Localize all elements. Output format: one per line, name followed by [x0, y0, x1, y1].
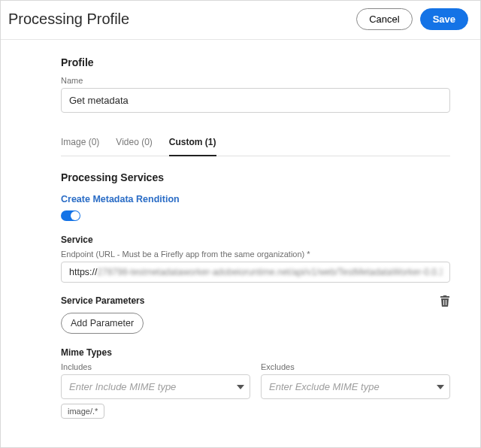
name-label: Name: [61, 76, 450, 85]
tabs: Image (0) Video (0) Custom (1): [61, 132, 450, 156]
profile-name-input[interactable]: [61, 88, 450, 113]
excludes-label: Excludes: [261, 362, 450, 371]
endpoint-input[interactable]: https:// 278798-testmetadataworker-adobe…: [61, 262, 450, 283]
mime-tag[interactable]: image/.*: [61, 404, 104, 419]
includes-label: Includes: [61, 362, 250, 371]
tab-video[interactable]: Video (0): [116, 132, 152, 156]
cancel-button[interactable]: Cancel: [356, 8, 412, 30]
mime-types-label: Mime Types: [61, 347, 450, 358]
rendition-title: Create Metadata Rendition: [61, 194, 450, 204]
save-button[interactable]: Save: [420, 8, 468, 30]
endpoint-prefix: https://: [69, 267, 98, 277]
rendition-toggle[interactable]: [61, 210, 80, 221]
includes-input[interactable]: [61, 374, 250, 399]
processing-services-heading: Processing Services: [61, 171, 450, 183]
trash-icon[interactable]: [440, 295, 450, 307]
tab-custom[interactable]: Custom (1): [169, 132, 216, 156]
service-parameters-label: Service Parameters: [61, 295, 144, 306]
excludes-input[interactable]: [261, 374, 450, 399]
endpoint-label: Endpoint (URL - Must be a Firefly app fr…: [61, 250, 450, 259]
service-label: Service: [61, 235, 450, 245]
page-title: Processing Profile: [8, 11, 129, 28]
tab-image[interactable]: Image (0): [61, 132, 99, 156]
profile-section-heading: Profile: [61, 56, 450, 68]
topbar-actions: Cancel Save: [356, 8, 468, 30]
endpoint-value-obscured: 278798-testmetadataworker-adobeioruntime…: [98, 267, 442, 277]
add-parameter-button[interactable]: Add Parameter: [61, 313, 144, 334]
